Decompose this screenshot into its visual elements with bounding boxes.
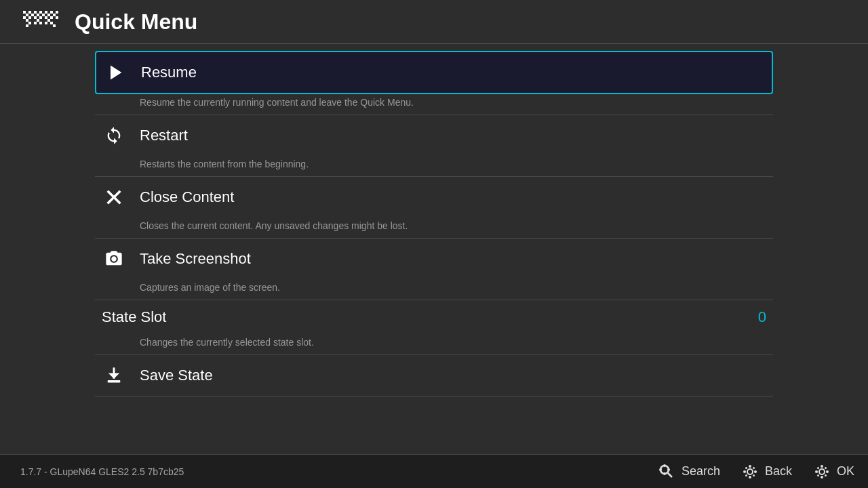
svg-point-41: [747, 469, 753, 474]
menu-item-save-state: Save State: [95, 355, 773, 396]
menu-item-resume: Resume Resume the currently running cont…: [95, 51, 773, 115]
svg-point-51: [821, 465, 823, 468]
menu-item-state-slot: State Slot 0 Changes the currently selec…: [95, 300, 773, 355]
svg-rect-34: [108, 380, 121, 383]
svg-point-58: [825, 474, 827, 476]
svg-rect-26: [45, 22, 47, 24]
search-label: Search: [682, 464, 720, 479]
svg-point-52: [821, 476, 823, 479]
svg-rect-16: [39, 16, 42, 19]
menu-item-take-screenshot: Take Screenshot Captures an image of the…: [95, 239, 773, 300]
svg-point-49: [753, 474, 755, 476]
svg-line-36: [668, 473, 672, 477]
svg-rect-2: [34, 11, 37, 14]
svg-point-47: [753, 467, 755, 469]
take-screenshot-row[interactable]: Take Screenshot: [95, 239, 773, 279]
svg-rect-7: [26, 14, 28, 16]
svg-rect-10: [42, 14, 45, 16]
svg-point-56: [825, 467, 827, 469]
save-icon: [102, 363, 126, 388]
svg-point-42: [749, 465, 751, 468]
svg-point-43: [749, 476, 751, 479]
svg-point-38: [659, 468, 662, 471]
svg-point-45: [754, 470, 757, 473]
camera-icon: [102, 247, 126, 271]
svg-rect-9: [37, 14, 39, 16]
svg-rect-6: [56, 11, 58, 14]
search-footer-icon: [657, 462, 676, 481]
back-action[interactable]: Back: [741, 462, 792, 481]
game-controller-icon: [20, 8, 61, 35]
page-title: Quick Menu: [75, 9, 197, 35]
svg-rect-13: [23, 16, 26, 19]
svg-rect-15: [34, 16, 37, 19]
svg-point-37: [663, 464, 666, 467]
svg-point-46: [745, 467, 747, 469]
save-state-row[interactable]: Save State: [95, 355, 773, 396]
svg-rect-1: [28, 11, 31, 14]
svg-rect-17: [45, 16, 47, 19]
svg-point-40: [663, 472, 666, 475]
svg-rect-11: [47, 14, 50, 16]
svg-point-57: [817, 474, 819, 476]
restart-icon: [102, 123, 126, 148]
restart-row[interactable]: Restart: [95, 115, 773, 156]
back-footer-icon: [741, 462, 760, 481]
ok-footer-icon: [812, 462, 831, 481]
svg-rect-21: [37, 19, 39, 22]
svg-rect-19: [56, 16, 58, 19]
state-slot-row[interactable]: State Slot 0: [95, 300, 773, 334]
back-label: Back: [765, 464, 792, 479]
menu-item-close-content: Close Content Closes the current content…: [95, 177, 773, 239]
svg-rect-18: [50, 16, 53, 19]
svg-rect-14: [28, 16, 31, 19]
svg-rect-22: [47, 19, 50, 22]
svg-rect-12: [53, 14, 56, 16]
footer: 1.7.7 - GLupeN64 GLES2 2.5 7b7cb25 Searc…: [0, 454, 868, 488]
close-icon: [102, 185, 126, 209]
svg-point-39: [667, 468, 670, 471]
svg-rect-8: [31, 14, 34, 16]
svg-rect-27: [50, 22, 53, 24]
svg-point-53: [815, 470, 818, 473]
footer-actions: Search Back: [657, 462, 854, 481]
svg-point-48: [745, 474, 747, 476]
version-text: 1.7.7 - GLupeN64 GLES2 2.5 7b7cb25: [14, 466, 657, 477]
menu-item-restart: Restart Restarts the content from the be…: [95, 115, 773, 177]
svg-rect-5: [50, 11, 53, 14]
svg-rect-20: [26, 19, 28, 22]
svg-rect-28: [26, 24, 28, 27]
ok-label: OK: [837, 464, 854, 479]
svg-marker-30: [111, 66, 121, 80]
svg-rect-23: [28, 22, 31, 24]
svg-rect-29: [53, 24, 56, 27]
svg-point-55: [817, 467, 819, 469]
menu-list: Resume Resume the currently running cont…: [0, 44, 868, 454]
svg-rect-25: [39, 22, 42, 24]
resume-row[interactable]: Resume: [95, 51, 773, 94]
header: Quick Menu: [0, 0, 868, 44]
svg-rect-0: [23, 11, 26, 14]
close-content-row[interactable]: Close Content: [95, 177, 773, 218]
svg-point-44: [743, 470, 746, 473]
search-action[interactable]: Search: [657, 462, 720, 481]
ok-action[interactable]: OK: [812, 462, 854, 481]
svg-rect-24: [34, 22, 37, 24]
svg-point-54: [826, 470, 829, 473]
svg-point-50: [819, 469, 825, 474]
svg-rect-4: [45, 11, 47, 14]
play-icon: [103, 60, 127, 85]
svg-rect-3: [39, 11, 42, 14]
